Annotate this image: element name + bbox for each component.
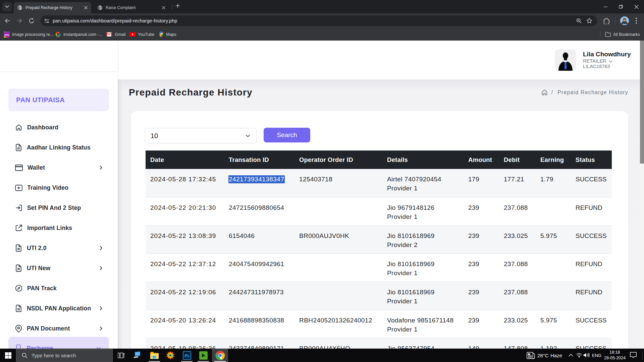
- svg-text:Ps: Ps: [184, 353, 190, 358]
- svg-text:JPG: JPG: [4, 33, 9, 36]
